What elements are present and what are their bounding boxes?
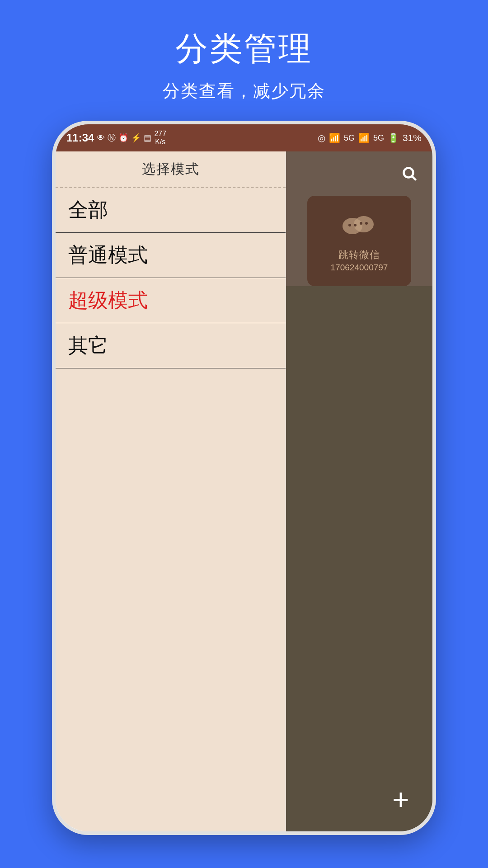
main-content: 选择模式 全部 普通模式 超级模式 其它	[56, 151, 432, 831]
svg-point-5	[354, 224, 357, 226]
svg-line-1	[412, 176, 416, 180]
eye-icon: 👁	[97, 133, 105, 143]
left-panel: 选择模式 全部 普通模式 超级模式 其它	[56, 151, 286, 831]
menu-item-super-label: 超级模式	[68, 287, 148, 314]
page-title: 分类管理	[175, 27, 313, 71]
5g-label2: 5G	[373, 133, 384, 143]
wechat-card[interactable]: 跳转微信 170624000797	[307, 196, 411, 286]
phone-frame: 11:34 👁 Ⓝ ⏰ ⚡ ▤ 277K/s ◎ 📶 5G 📶 5G 🔋 31%…	[52, 121, 436, 835]
status-bar: 11:34 👁 Ⓝ ⏰ ⚡ ▤ 277K/s ◎ 📶 5G 📶 5G 🔋 31%	[56, 124, 432, 151]
bluetooth-icon: ⚡	[131, 133, 141, 143]
menu-item-all-label: 全部	[68, 197, 108, 223]
menu-spacer	[56, 368, 286, 831]
plus-button[interactable]: +	[383, 782, 419, 818]
menu-item-normal[interactable]: 普通模式	[56, 233, 286, 278]
right-dark-area	[286, 286, 432, 831]
alarm-icon: ⏰	[118, 133, 128, 143]
status-left: 11:34 👁 Ⓝ ⏰ ⚡ ▤ 277K/s	[66, 130, 166, 146]
signal2-icon: 📶	[358, 132, 370, 143]
svg-point-4	[348, 224, 351, 226]
data-icon: ▤	[144, 133, 151, 143]
right-toolbar	[286, 156, 432, 192]
status-time: 11:34	[66, 132, 94, 144]
battery-percent: 31%	[403, 132, 422, 143]
5g-label: 5G	[344, 133, 355, 143]
menu-item-super[interactable]: 超级模式	[56, 278, 286, 323]
svg-point-7	[365, 222, 368, 225]
dropdown-header[interactable]: 选择模式	[56, 151, 286, 188]
plus-icon: +	[392, 785, 409, 814]
right-panel: 跳转微信 170624000797 +	[286, 151, 432, 831]
wifi-icon: ◎	[318, 132, 325, 143]
n-icon: Ⓝ	[108, 132, 116, 143]
menu-item-all[interactable]: 全部	[56, 188, 286, 233]
wechat-icon	[337, 209, 382, 245]
dropdown-label: 选择模式	[142, 160, 200, 179]
page-subtitle: 分类查看，减少冗余	[163, 80, 325, 103]
search-icon	[402, 166, 418, 182]
menu-item-other-label: 其它	[68, 332, 108, 359]
search-button[interactable]	[396, 160, 423, 188]
battery-icon: 🔋	[388, 132, 399, 143]
status-speed: 277K/s	[154, 130, 166, 146]
svg-point-3	[354, 216, 374, 232]
svg-point-0	[404, 168, 413, 178]
page-header: 分类管理 分类查看，减少冗余	[0, 0, 488, 121]
menu-item-normal-label: 普通模式	[68, 242, 148, 269]
wechat-label: 跳转微信	[338, 248, 380, 262]
wechat-number: 170624000797	[331, 263, 388, 273]
status-right: ◎ 📶 5G 📶 5G 🔋 31%	[318, 132, 422, 143]
menu-item-other[interactable]: 其它	[56, 323, 286, 368]
svg-point-6	[360, 222, 362, 225]
signal1-icon: 📶	[329, 132, 340, 143]
